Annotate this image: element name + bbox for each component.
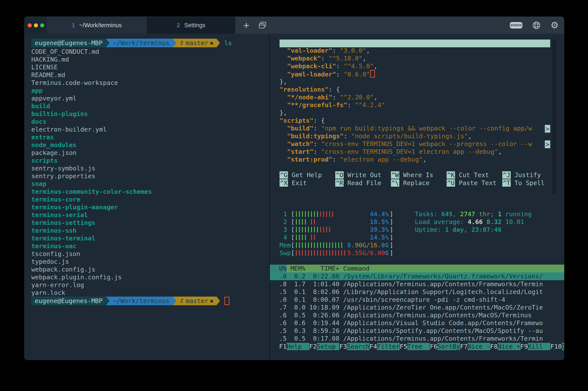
ls-entry-dir: terminus-uac <box>31 242 269 250</box>
nano-line: "start": "cross-env TERMINUS_DEV=1 elect… <box>280 148 550 156</box>
process-row[interactable]: .5 0.5 0:17.08 /Applications/Terminus.ap… <box>270 335 564 342</box>
ls-entry-file: yarn.lock <box>31 289 269 296</box>
fkey-number: F8 <box>490 343 498 350</box>
process-row[interactable]: .5 0.3 8:59.26 /Applications/Spotify.app… <box>270 327 564 335</box>
tab-title: Settings <box>184 22 206 29</box>
ls-entry-file: HACKING.md <box>31 56 269 63</box>
nano-editor[interactable]: "val-loader": "3.0.0", "webpack": "^5.18… <box>280 47 550 163</box>
new-window-button[interactable] <box>254 17 271 34</box>
fkey-number: F3 <box>339 343 347 350</box>
nano-line: "*/node-abi": "^2.20.0", <box>280 93 550 101</box>
nano-shortcut[interactable]: ^G Get Help <box>280 171 335 179</box>
file-list: CODE_OF_CONDUCT.mdHACKING.mdLICENSEREADM… <box>31 48 269 296</box>
process-row[interactable]: .8 1.7 1:01.40 /Applications/Terminus.ap… <box>270 280 564 288</box>
close-button[interactable] <box>28 23 32 27</box>
terminal-pane-left[interactable]: eugene@Eugenes-MBP ~/Work/terminus maste… <box>24 34 270 360</box>
ls-entry-dir: terminus-plugin-manager <box>31 203 269 211</box>
line-continuation-marker: > <box>545 125 550 133</box>
ls-entry-dir: builtin-plugins <box>31 110 269 118</box>
fkey-label: Nice + <box>498 343 520 350</box>
ls-entry-file: sentry.properties <box>31 172 269 180</box>
process-row[interactable]: .0 0.1 0:00.07 /usr/sbin/screencapture -… <box>270 296 564 303</box>
powerline-arrow-icon <box>106 296 109 305</box>
sort-column-header[interactable]: U% <box>270 265 287 272</box>
prompt-git-segment: master ● <box>176 296 217 305</box>
ls-entry-dir: terminus-settings <box>31 219 269 227</box>
tab-work-terminus[interactable]: 1 ~/Work/terminus <box>47 17 147 34</box>
gear-icon[interactable]: ⚙ <box>550 21 559 30</box>
nano-shortcut[interactable]: ^J Justify <box>502 171 558 179</box>
shortcut-key: ^T <box>502 179 511 187</box>
serial-port-icon[interactable]: IOIOI <box>510 22 522 28</box>
ls-entry-dir: terminus-ssh <box>31 227 269 234</box>
htop-meter: Swp[5.55G/6.00G] <box>280 249 393 257</box>
process-row[interactable]: .6 0.5 0:26.06 /Applications/Terminus.ap… <box>270 311 564 319</box>
htop-fkey-bar: F1Help F2Setup F3SearchF4FilterF5Tree F6… <box>270 343 564 351</box>
nano-shortcut[interactable]: ^\ Replace <box>391 179 447 187</box>
htop-sysinfo: Tasks: 645, 2747 thr; 1 runningLoad aver… <box>415 210 532 233</box>
shortcut-label: Get Help <box>288 171 322 179</box>
globe-icon[interactable] <box>532 21 540 29</box>
process-row[interactable]: .0 0.2 0:22.66 /System/Library/Framework… <box>270 272 564 280</box>
process-row[interactable]: .7 0.0 10:18.09 /Applications/ZeroTier O… <box>270 303 564 311</box>
htop-process-table: U% MEM% TIME+ Command.0 0.2 0:22.66 /Sys… <box>270 265 564 342</box>
prompt-path-segment: ~/Work/terminus <box>109 296 173 305</box>
shortcut-key: ^U <box>447 179 455 187</box>
process-row[interactable]: .5 0.1 8:02.06 /Library/Application Supp… <box>270 288 564 296</box>
fkey-setup[interactable]: F2Setup <box>309 343 340 351</box>
fkey-tree[interactable]: F5Tree <box>400 343 430 351</box>
ls-entry-dir: terminus-terminal <box>31 234 269 242</box>
nano-title-bar: package.json GNU nano 4.5 <box>280 40 550 47</box>
fkey-number: F2 <box>309 343 317 350</box>
htop-meter: 4 [14.5%] <box>280 233 393 241</box>
nano-line: }, <box>280 78 550 86</box>
fkey-help[interactable]: F1Help <box>279 343 309 351</box>
fkey-quit[interactable]: F10Quit <box>550 343 564 351</box>
load-average-line: Load average: 4.66 8.32 10.01 <box>415 218 532 226</box>
ls-entry-dir: node_modules <box>31 141 269 149</box>
nano-shortcut[interactable]: ^O Write Out <box>335 171 391 179</box>
new-tab-button[interactable]: + <box>239 17 254 34</box>
fkey-number: F6 <box>430 343 437 350</box>
fkey-nice-[interactable]: F7Nice - <box>460 343 490 351</box>
tab-number: 2 <box>177 22 180 29</box>
nano-scrollbar[interactable] <box>552 40 557 194</box>
nano-line: "val-loader": "3.0.0", <box>280 47 550 54</box>
git-branch-icon <box>180 298 184 304</box>
shell-prompt-line: eugene@Eugenes-MBP ~/Work/terminus maste… <box>31 39 269 47</box>
nano-shortcut[interactable]: ^R Read File <box>335 179 391 187</box>
process-table-header[interactable]: U% MEM% TIME+ Command <box>270 265 564 272</box>
nano-shortcut[interactable]: ^T To Spell <box>502 179 558 187</box>
git-branch-name: master <box>186 39 208 47</box>
ls-entry-dir: scripts <box>31 157 269 164</box>
fkey-filter[interactable]: F4Filter <box>369 343 400 351</box>
fkey-sortby[interactable]: F6SortBy <box>430 343 460 351</box>
nano-shortcut[interactable]: ^U Paste Text <box>447 179 502 187</box>
ls-entry-file: yarn-error.log <box>31 281 269 289</box>
fkey-nice-[interactable]: F8Nice + <box>490 343 520 351</box>
zoom-button[interactable] <box>40 23 44 27</box>
tab-settings[interactable]: 2 Settings <box>147 17 235 34</box>
fkey-label: SortBy <box>437 343 460 350</box>
shortcut-label: Justify <box>511 171 541 179</box>
fkey-kill[interactable]: F9Kill <box>520 343 551 351</box>
nano-shortcut[interactable]: ^K Cut Text <box>447 171 502 179</box>
process-row[interactable]: .6 0.6 0:19.44 /Applications/Visual Stud… <box>270 319 564 327</box>
fkey-number: F7 <box>460 343 468 350</box>
nano-shortcut[interactable]: ^W Where Is <box>391 171 447 179</box>
nano-shortcut[interactable]: ^X Exit <box>280 179 335 187</box>
terminal-pane-right[interactable]: package.json GNU nano 4.5 "val-loader": … <box>270 34 564 360</box>
ls-entry-file: package.json <box>31 149 269 157</box>
ls-entry-dir: terminus-serial <box>31 211 269 219</box>
ls-entry-file: typedoc.js <box>31 258 269 266</box>
fkey-search[interactable]: F3Search <box>339 343 369 351</box>
shortcut-label: Cut Text <box>455 171 489 179</box>
htop-meter: 3 [39.3%] <box>280 226 393 233</box>
prompt-user-segment: eugene@Eugenes-MBP <box>31 39 106 47</box>
nano-line: "yaml-loader": "0.6.0" <box>280 70 550 78</box>
minimize-button[interactable] <box>34 23 38 27</box>
ls-entry-dir: docs <box>31 118 269 125</box>
fkey-label: Nice - <box>468 343 490 350</box>
powerline-arrow-icon <box>217 39 220 47</box>
ls-entry-file: appveyor.yml <box>31 95 269 102</box>
